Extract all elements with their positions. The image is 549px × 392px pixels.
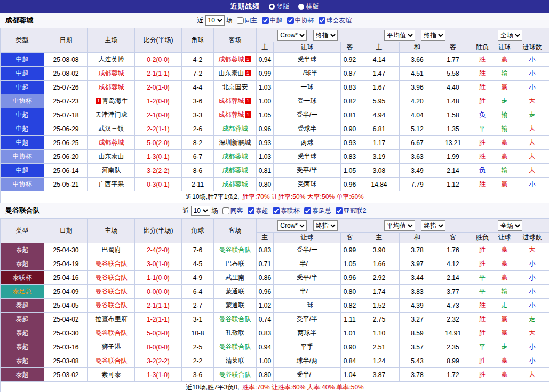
result-handicap: 走 xyxy=(494,299,515,313)
avg-away: 4.40 xyxy=(435,81,471,94)
home-team-cell: 曼谷联合队 xyxy=(88,326,135,340)
filter-checkbox-input[interactable] xyxy=(336,207,343,214)
odds-handicap: 一/球半 xyxy=(274,67,341,81)
team-name[interactable]: 曼谷联合队 xyxy=(96,329,128,337)
filter-checkbox[interactable]: 泰足总 xyxy=(304,206,331,215)
odds-handicap: 一球 xyxy=(274,81,341,94)
result-goals: 大 xyxy=(515,94,549,108)
team-name[interactable]: 北京国安 xyxy=(222,83,248,91)
team-name[interactable]: 成都蓉城 xyxy=(219,111,244,118)
match-row: 中超25-06-14河南队3-2(2-2)8-6成都蓉城0.81受平/半1.05… xyxy=(1,164,549,178)
filter-checkbox-input[interactable] xyxy=(287,17,294,24)
team-name[interactable]: 广西平果 xyxy=(99,180,124,188)
layout-option-vertical[interactable]: 竖版 xyxy=(269,2,290,11)
summary-row: 近10场,胜7平3负0,胜率:70% 让胜率:60% 大率:40% 单率:50% xyxy=(1,382,549,392)
team-name[interactable]: 孔敬联 xyxy=(226,329,245,337)
team-name[interactable]: 河南队 xyxy=(102,166,121,174)
filter-checkbox[interactable]: 亚冠联2 xyxy=(336,206,367,215)
filter-checkbox[interactable]: 泰超 xyxy=(248,206,268,215)
team-name[interactable]: 成都蓉城 xyxy=(222,166,248,174)
team-name[interactable]: 成都蓉城 xyxy=(99,83,124,91)
filter-checkbox-input[interactable] xyxy=(273,207,280,214)
team-name[interactable]: 成都蓉城 xyxy=(219,55,244,63)
matches-label: 场 xyxy=(226,16,233,25)
avg-away: 1.76 xyxy=(435,243,471,257)
odds-time-select[interactable]: 终指 xyxy=(313,220,338,231)
team-name[interactable]: 成都蓉城 xyxy=(99,69,124,77)
team-name[interactable]: 成都蓉城 xyxy=(99,139,124,146)
match-date: 25-07-18 xyxy=(44,108,88,122)
corners: 7-2 xyxy=(182,67,214,81)
average-select[interactable]: 平均值 xyxy=(384,30,415,41)
team-name[interactable]: 成都蓉城 xyxy=(222,180,248,188)
filter-checkbox-input[interactable] xyxy=(262,17,269,24)
team-name[interactable]: 曼谷联合队 xyxy=(96,274,128,281)
match-date: 25-07-26 xyxy=(44,81,88,94)
team-name[interactable]: 拉查布里府 xyxy=(96,315,128,323)
team-name[interactable]: 武汉三镇 xyxy=(99,125,124,132)
filter-checkbox[interactable]: 球会友谊 xyxy=(319,16,352,25)
team-name[interactable]: 成都蓉城 xyxy=(222,125,248,132)
team-name[interactable]: 青岛海牛 xyxy=(102,97,128,105)
team-name[interactable]: 大连英博 xyxy=(99,55,124,63)
period-select[interactable]: 全场 xyxy=(498,30,522,41)
team-name[interactable]: 蒙通联 xyxy=(226,287,245,295)
bookmaker-select[interactable]: Crow* xyxy=(277,30,307,41)
team-name[interactable]: 曼谷联合队 xyxy=(96,301,128,309)
team-name[interactable]: 曼谷联合队 xyxy=(96,357,128,364)
average-time-select[interactable]: 终指 xyxy=(421,220,445,231)
period-select[interactable]: 全场 xyxy=(498,220,522,231)
team-name[interactable]: 曼谷联合队 xyxy=(219,315,251,323)
team-name[interactable]: 曼谷联合队 xyxy=(219,246,251,253)
team-name[interactable]: 曼谷联合队 xyxy=(219,343,251,350)
odds-time-select[interactable]: 终指 xyxy=(313,30,338,41)
team-name[interactable]: 成都蓉城 xyxy=(222,153,248,160)
match-row: 泰超25-04-19曼谷联合队3-0(1-0)4-5巴吞联0.71半/一1.05… xyxy=(1,257,549,271)
team-name[interactable]: 曼谷联合队 xyxy=(219,371,251,378)
league-type-badge: 泰超 xyxy=(1,257,44,271)
league-type-badge: 中超 xyxy=(1,164,44,178)
result-outcome: 胜 xyxy=(471,136,494,150)
home-team-cell: 素可泰 xyxy=(88,368,135,382)
team-name[interactable]: 素可泰 xyxy=(102,371,121,378)
bookmaker-select[interactable]: Crow* xyxy=(277,220,307,231)
team-name[interactable]: 清莱联 xyxy=(226,357,245,364)
team-name[interactable]: 巴蜀府 xyxy=(102,246,121,253)
result-group-header: 全场 xyxy=(471,28,549,42)
avg-away: 4.73 xyxy=(435,299,471,313)
average-select[interactable]: 平均值 xyxy=(384,220,415,231)
filter-checkbox[interactable]: 中超 xyxy=(262,16,283,25)
layout-option-horizontal[interactable]: 横版 xyxy=(298,2,319,11)
team-name[interactable]: 天津津门虎 xyxy=(96,111,128,118)
filter-checkbox[interactable]: 同客 xyxy=(222,206,243,215)
match-count-select[interactable]: 10 xyxy=(205,15,225,26)
radio-horizontal-icon[interactable] xyxy=(298,4,304,10)
team-name[interactable]: 曼谷联合队 xyxy=(96,260,128,267)
filter-checkbox[interactable]: 同主 xyxy=(237,16,258,25)
team-name[interactable]: 蒙通联 xyxy=(226,301,245,309)
team-name[interactable]: 深圳新鹏城 xyxy=(219,139,251,146)
average-time-select[interactable]: 终指 xyxy=(421,30,445,41)
filter-checkbox-input[interactable] xyxy=(222,207,229,214)
radio-vertical-icon[interactable] xyxy=(269,4,275,10)
filter-checkbox[interactable]: 泰联杯 xyxy=(273,206,300,215)
team-name[interactable]: 巴吞联 xyxy=(226,260,245,267)
team-name[interactable]: 狮子港 xyxy=(102,343,121,350)
team-name[interactable]: 山东泰山 xyxy=(99,153,124,160)
team-name[interactable]: 山东泰山 xyxy=(219,69,244,77)
filter-checkbox-input[interactable] xyxy=(248,207,254,214)
corners: 3-6 xyxy=(182,368,214,382)
odds-home: 1.03 xyxy=(257,150,274,164)
result-handicap: 赢 xyxy=(494,326,515,340)
team-name[interactable]: 成都蓉城 xyxy=(219,97,244,105)
team-name[interactable]: 曼谷联合队 xyxy=(96,287,128,295)
match-count-select[interactable]: 10 xyxy=(191,206,210,216)
filter-checkbox-input[interactable] xyxy=(237,17,244,24)
filter-checkbox-input[interactable] xyxy=(304,207,311,214)
score-halftime: 5-0(2-0) xyxy=(135,136,182,150)
team-name[interactable]: 武里南 xyxy=(226,274,245,281)
league-type-badge: 泰联杯 xyxy=(1,271,44,285)
filter-checkbox[interactable]: 中协杯 xyxy=(287,16,314,25)
away-team-cell: 深圳新鹏城 xyxy=(214,136,257,150)
filter-checkbox-input[interactable] xyxy=(319,17,325,24)
